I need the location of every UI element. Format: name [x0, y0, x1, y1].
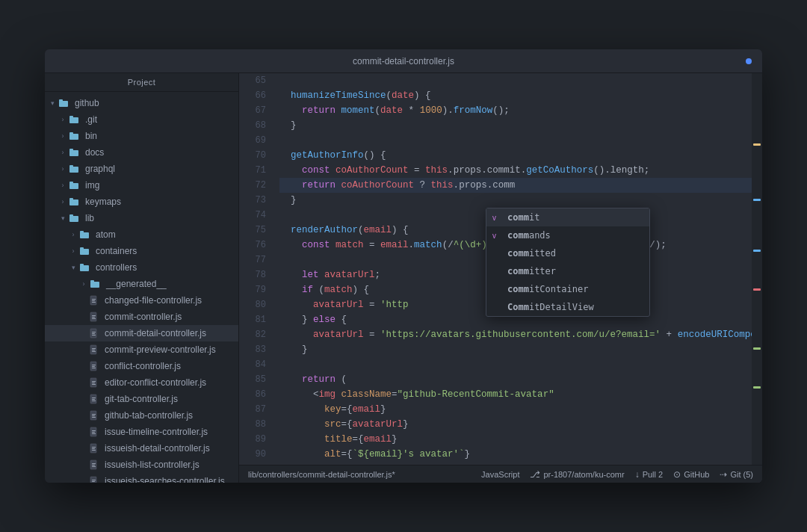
code-line[interactable]: const coAuthorCount = this.props.commit.… — [279, 163, 762, 178]
title-bar: commit-detail-controller.js — [45, 49, 762, 73]
tree-arrow — [58, 115, 67, 124]
sidebar-item-issueish-list-controller[interactable]: issueish-list-controller.js — [45, 457, 238, 473]
branch-icon: ⎇ — [530, 469, 540, 480]
sidebar-item-docs-folder[interactable]: docs — [45, 144, 238, 161]
code-line[interactable]: } — [279, 193, 762, 208]
code-line[interactable]: /> — [279, 462, 762, 465]
status-github[interactable]: ⊙ GitHub — [673, 469, 709, 480]
tree-item-label: commit-detail-controller.js — [105, 328, 206, 338]
autocomplete-item[interactable]: CommitDetailView — [486, 298, 649, 316]
sidebar-item-atom-folder[interactable]: atom — [45, 226, 238, 243]
line-number: 80 — [239, 297, 266, 312]
code-line[interactable] — [279, 357, 762, 372]
autocomplete-item-text: commitContainer — [507, 284, 588, 294]
sidebar-item-issueish-detail-controller[interactable]: issueish-detail-controller.js — [45, 440, 238, 457]
line-number: 71 — [239, 163, 266, 178]
sidebar: Project github.gitbindocsgraphqlimgkeyma… — [45, 73, 239, 483]
tree-item-label: img — [85, 180, 99, 191]
sidebar-item-editor-conflict-controller[interactable]: editor-conflict-controller.js — [45, 374, 238, 391]
code-line[interactable]: src={avatarUrl} — [279, 417, 762, 432]
code-line[interactable]: return coAuthorCount ? this.props.comm — [279, 178, 762, 193]
folder-icon — [69, 114, 82, 126]
svg-rect-26 — [92, 300, 95, 301]
code-line[interactable] — [279, 133, 762, 148]
status-git[interactable]: ⇢ Git (5) — [720, 469, 753, 480]
code-line[interactable]: getAuthorInfo() { — [279, 148, 762, 163]
sidebar-item-containers-folder[interactable]: containers — [45, 243, 238, 259]
code-line[interactable]: return moment(date * 1000).fromNow(); — [279, 103, 762, 118]
line-number: 72 — [239, 178, 266, 193]
sidebar-tree[interactable]: github.gitbindocsgraphqlimgkeymapslibato… — [45, 92, 238, 483]
svg-rect-63 — [92, 450, 96, 451]
sidebar-item-graphql-folder[interactable]: graphql — [45, 161, 238, 177]
svg-rect-51 — [92, 400, 96, 401]
tree-item-label: lib — [85, 213, 94, 223]
autocomplete-item[interactable]: vcommands — [486, 226, 649, 244]
line-number: 65 — [239, 73, 266, 88]
sidebar-item-generated-folder[interactable]: __generated__ — [45, 276, 238, 292]
svg-rect-23 — [90, 280, 94, 282]
sidebar-item-commit-controller[interactable]: commit-controller.js — [45, 309, 238, 325]
autocomplete-item[interactable]: committer — [486, 262, 649, 280]
code-line[interactable]: return ( — [279, 372, 762, 387]
editor-area[interactable]: 6566676869707172737475767778798081828384… — [239, 73, 762, 483]
file-icon — [90, 427, 102, 437]
sidebar-item-git-tab-controller[interactable]: git-tab-controller.js — [45, 391, 238, 407]
line-number: 75 — [239, 223, 266, 238]
line-number: 84 — [239, 357, 266, 372]
line-number: 87 — [239, 402, 266, 417]
line-number: 86 — [239, 387, 266, 402]
sidebar-item-commit-preview-controller[interactable]: commit-preview-controller.js — [45, 341, 238, 358]
sidebar-item-git-folder[interactable]: .git — [45, 111, 238, 128]
line-number: 73 — [239, 193, 266, 208]
git-icon: ⇢ — [720, 469, 727, 480]
code-line[interactable]: humanizeTimeSince(date) { — [279, 88, 762, 103]
code-line[interactable]: <img className="github-RecentCommit-avat… — [279, 387, 762, 402]
sidebar-item-lib-folder[interactable]: lib — [45, 210, 238, 226]
autocomplete-item[interactable]: committed — [486, 244, 649, 262]
code-line[interactable]: title={email} — [279, 432, 762, 447]
svg-rect-9 — [69, 165, 73, 167]
code-line[interactable]: alt={`${email}'s avatar'`} — [279, 447, 762, 462]
svg-rect-39 — [92, 351, 96, 352]
sidebar-item-github-tab-controller[interactable]: github-tab-controller.js — [45, 407, 238, 424]
sidebar-item-keymaps-folder[interactable]: keymaps — [45, 194, 238, 210]
svg-rect-45 — [92, 381, 96, 382]
scrollbar-gutter[interactable] — [752, 73, 762, 465]
tree-arrow — [58, 148, 67, 157]
svg-rect-17 — [80, 231, 84, 233]
folder-icon — [69, 131, 82, 142]
svg-rect-2 — [69, 117, 78, 123]
sidebar-item-issue-timeline-controller[interactable]: issue-timeline-controller.js — [45, 424, 238, 440]
tree-arrow — [79, 279, 88, 288]
sidebar-item-github-root[interactable]: github — [45, 95, 238, 111]
tree-item-label: .git — [85, 114, 97, 125]
autocomplete-item-text: commands — [507, 230, 551, 241]
main-content: Project github.gitbindocsgraphqlimgkeyma… — [45, 73, 762, 483]
sidebar-item-changed-file-controller[interactable]: changed-file-controller.js — [45, 292, 238, 309]
file-icon — [90, 377, 102, 388]
sidebar-item-bin-folder[interactable]: bin — [45, 128, 238, 144]
folder-icon — [69, 180, 82, 191]
status-bar: lib/controllers/commit-detail-controller… — [239, 465, 762, 483]
code-line[interactable] — [279, 73, 762, 88]
line-number: 90 — [239, 447, 266, 462]
code-line[interactable]: avatarUrl = 'https://avatars.githubuserc… — [279, 327, 762, 342]
status-branch[interactable]: ⎇ pr-1807/atom/ku-comr — [530, 469, 624, 480]
autocomplete-item[interactable]: commitContainer — [486, 280, 649, 298]
code-line[interactable]: key={email} — [279, 402, 762, 417]
sidebar-item-img-folder[interactable]: img — [45, 177, 238, 194]
line-numbers: 6566676869707172737475767778798081828384… — [239, 73, 272, 465]
sidebar-item-conflict-controller[interactable]: conflict-controller.js — [45, 358, 238, 374]
sidebar-item-issueish-searches-controller[interactable]: issueish-searches-controller.js — [45, 473, 238, 483]
svg-rect-41 — [92, 365, 96, 365]
status-pull[interactable]: ↓ Pull 2 — [635, 469, 664, 480]
sidebar-item-commit-detail-controller[interactable]: commit-detail-controller.js — [45, 325, 238, 341]
autocomplete-item[interactable]: vcommit — [486, 208, 649, 226]
code-line[interactable]: } — [279, 118, 762, 133]
tree-item-label: bin — [85, 131, 97, 141]
code-line[interactable]: } — [279, 342, 762, 357]
file-icon — [90, 328, 102, 338]
sidebar-item-controllers-folder[interactable]: controllers — [45, 259, 238, 276]
language-label: JavaScript — [481, 470, 519, 479]
